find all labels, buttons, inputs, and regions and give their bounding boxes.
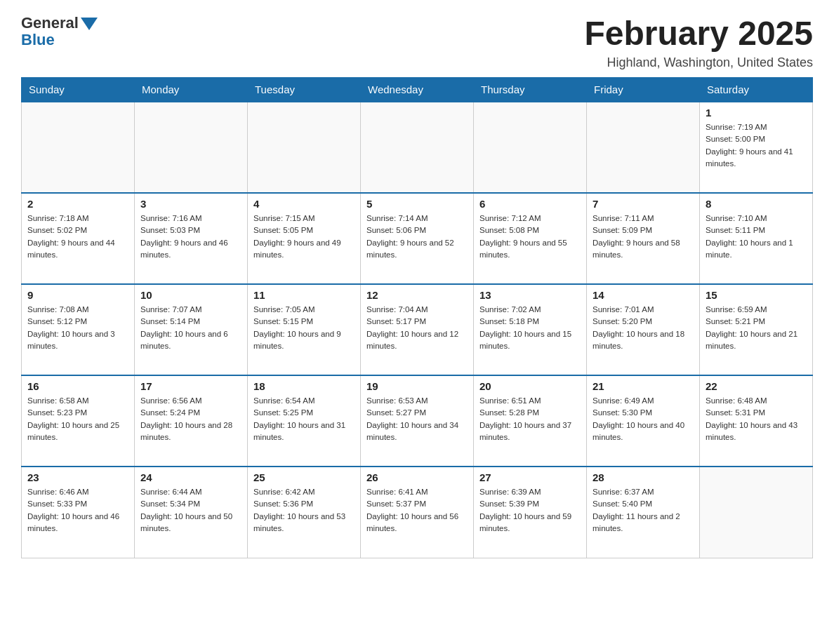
day-number: 18 bbox=[253, 380, 355, 392]
calendar-week-row: 16Sunrise: 6:58 AMSunset: 5:23 PMDayligh… bbox=[22, 375, 813, 467]
calendar-cell: 24Sunrise: 6:44 AMSunset: 5:34 PMDayligh… bbox=[135, 467, 248, 558]
day-info: Sunrise: 6:58 AMSunset: 5:23 PMDaylight:… bbox=[27, 395, 128, 443]
day-info: Sunrise: 7:07 AMSunset: 5:14 PMDaylight:… bbox=[140, 304, 241, 352]
calendar-week-row: 9Sunrise: 7:08 AMSunset: 5:12 PMDaylight… bbox=[22, 284, 813, 375]
day-info: Sunrise: 7:04 AMSunset: 5:17 PMDaylight:… bbox=[366, 304, 468, 352]
calendar-cell: 20Sunrise: 6:51 AMSunset: 5:28 PMDayligh… bbox=[474, 375, 587, 467]
logo-arrow-icon bbox=[81, 18, 98, 30]
day-number: 2 bbox=[27, 198, 128, 210]
calendar-cell: 26Sunrise: 6:41 AMSunset: 5:37 PMDayligh… bbox=[361, 467, 474, 558]
day-number: 7 bbox=[593, 198, 694, 210]
calendar-cell: 22Sunrise: 6:48 AMSunset: 5:31 PMDayligh… bbox=[700, 375, 813, 467]
calendar-cell: 13Sunrise: 7:02 AMSunset: 5:18 PMDayligh… bbox=[474, 284, 587, 375]
calendar-header-wednesday: Wednesday bbox=[361, 78, 474, 102]
calendar-cell: 5Sunrise: 7:14 AMSunset: 5:06 PMDaylight… bbox=[361, 193, 474, 284]
calendar-cell: 10Sunrise: 7:07 AMSunset: 5:14 PMDayligh… bbox=[135, 284, 248, 375]
day-info: Sunrise: 6:48 AMSunset: 5:31 PMDaylight:… bbox=[706, 395, 807, 443]
day-number: 14 bbox=[593, 289, 694, 301]
calendar-week-row: 23Sunrise: 6:46 AMSunset: 5:33 PMDayligh… bbox=[22, 467, 813, 558]
day-number: 10 bbox=[140, 289, 241, 301]
day-info: Sunrise: 7:05 AMSunset: 5:15 PMDaylight:… bbox=[253, 304, 355, 352]
day-info: Sunrise: 6:56 AMSunset: 5:24 PMDaylight:… bbox=[140, 395, 241, 443]
day-number: 9 bbox=[27, 289, 128, 301]
day-number: 5 bbox=[366, 198, 468, 210]
day-info: Sunrise: 7:08 AMSunset: 5:12 PMDaylight:… bbox=[27, 304, 128, 352]
day-number: 28 bbox=[593, 471, 694, 483]
day-number: 27 bbox=[479, 471, 581, 483]
calendar-cell: 27Sunrise: 6:39 AMSunset: 5:39 PMDayligh… bbox=[474, 467, 587, 558]
calendar-header-thursday: Thursday bbox=[474, 78, 587, 102]
calendar-header-tuesday: Tuesday bbox=[248, 78, 361, 102]
calendar-cell: 3Sunrise: 7:16 AMSunset: 5:03 PMDaylight… bbox=[135, 193, 248, 284]
calendar-table: SundayMondayTuesdayWednesdayThursdayFrid… bbox=[21, 77, 813, 558]
day-info: Sunrise: 7:12 AMSunset: 5:08 PMDaylight:… bbox=[479, 213, 581, 261]
day-info: Sunrise: 6:41 AMSunset: 5:37 PMDaylight:… bbox=[366, 486, 468, 535]
calendar-cell: 25Sunrise: 6:42 AMSunset: 5:36 PMDayligh… bbox=[248, 467, 361, 558]
calendar-cell bbox=[700, 467, 813, 558]
day-info: Sunrise: 6:59 AMSunset: 5:21 PMDaylight:… bbox=[706, 304, 807, 352]
calendar-cell: 9Sunrise: 7:08 AMSunset: 5:12 PMDaylight… bbox=[22, 284, 135, 375]
calendar-cell bbox=[474, 102, 587, 193]
calendar-header-friday: Friday bbox=[587, 78, 700, 102]
calendar-header-monday: Monday bbox=[135, 78, 248, 102]
calendar-cell: 14Sunrise: 7:01 AMSunset: 5:20 PMDayligh… bbox=[587, 284, 700, 375]
calendar-week-row: 1Sunrise: 7:19 AMSunset: 5:00 PMDaylight… bbox=[22, 102, 813, 193]
day-number: 1 bbox=[706, 107, 807, 119]
day-info: Sunrise: 7:15 AMSunset: 5:05 PMDaylight:… bbox=[253, 213, 355, 261]
day-info: Sunrise: 7:10 AMSunset: 5:11 PMDaylight:… bbox=[706, 213, 807, 261]
calendar-cell bbox=[587, 102, 700, 193]
day-number: 3 bbox=[140, 198, 241, 210]
day-number: 13 bbox=[479, 289, 581, 301]
day-info: Sunrise: 7:11 AMSunset: 5:09 PMDaylight:… bbox=[593, 213, 694, 261]
day-number: 6 bbox=[479, 198, 581, 210]
day-info: Sunrise: 6:49 AMSunset: 5:30 PMDaylight:… bbox=[593, 395, 694, 443]
calendar-cell: 1Sunrise: 7:19 AMSunset: 5:00 PMDaylight… bbox=[700, 102, 813, 193]
day-number: 25 bbox=[253, 471, 355, 483]
calendar-cell: 18Sunrise: 6:54 AMSunset: 5:25 PMDayligh… bbox=[248, 375, 361, 467]
calendar-cell: 17Sunrise: 6:56 AMSunset: 5:24 PMDayligh… bbox=[135, 375, 248, 467]
day-info: Sunrise: 6:54 AMSunset: 5:25 PMDaylight:… bbox=[253, 395, 355, 443]
day-number: 11 bbox=[253, 289, 355, 301]
calendar-cell: 12Sunrise: 7:04 AMSunset: 5:17 PMDayligh… bbox=[361, 284, 474, 375]
title-section: February 2025 Highland, Washington, Unit… bbox=[584, 14, 813, 70]
day-number: 16 bbox=[27, 380, 128, 392]
calendar-week-row: 2Sunrise: 7:18 AMSunset: 5:02 PMDaylight… bbox=[22, 193, 813, 284]
calendar-cell bbox=[361, 102, 474, 193]
calendar-header-saturday: Saturday bbox=[700, 78, 813, 102]
day-info: Sunrise: 7:16 AMSunset: 5:03 PMDaylight:… bbox=[140, 213, 241, 261]
day-info: Sunrise: 6:42 AMSunset: 5:36 PMDaylight:… bbox=[253, 486, 355, 535]
calendar-cell: 28Sunrise: 6:37 AMSunset: 5:40 PMDayligh… bbox=[587, 467, 700, 558]
day-info: Sunrise: 7:02 AMSunset: 5:18 PMDaylight:… bbox=[479, 304, 581, 352]
day-info: Sunrise: 7:19 AMSunset: 5:00 PMDaylight:… bbox=[706, 121, 807, 170]
day-info: Sunrise: 6:37 AMSunset: 5:40 PMDaylight:… bbox=[593, 486, 694, 535]
day-number: 26 bbox=[366, 471, 468, 483]
day-number: 20 bbox=[479, 380, 581, 392]
calendar-cell bbox=[135, 102, 248, 193]
calendar-subtitle: Highland, Washington, United States bbox=[584, 55, 813, 70]
page-header: General Blue February 2025 Highland, Was… bbox=[21, 14, 813, 70]
day-number: 15 bbox=[706, 289, 807, 301]
calendar-cell: 7Sunrise: 7:11 AMSunset: 5:09 PMDaylight… bbox=[587, 193, 700, 284]
day-info: Sunrise: 6:39 AMSunset: 5:39 PMDaylight:… bbox=[479, 486, 581, 535]
calendar-header-row: SundayMondayTuesdayWednesdayThursdayFrid… bbox=[22, 78, 813, 102]
calendar-cell: 4Sunrise: 7:15 AMSunset: 5:05 PMDaylight… bbox=[248, 193, 361, 284]
calendar-header-sunday: Sunday bbox=[22, 78, 135, 102]
day-number: 12 bbox=[366, 289, 468, 301]
calendar-cell: 11Sunrise: 7:05 AMSunset: 5:15 PMDayligh… bbox=[248, 284, 361, 375]
calendar-cell bbox=[22, 102, 135, 193]
logo: General Blue bbox=[21, 14, 98, 49]
calendar-cell: 16Sunrise: 6:58 AMSunset: 5:23 PMDayligh… bbox=[22, 375, 135, 467]
day-info: Sunrise: 6:44 AMSunset: 5:34 PMDaylight:… bbox=[140, 486, 241, 535]
calendar-cell: 8Sunrise: 7:10 AMSunset: 5:11 PMDaylight… bbox=[700, 193, 813, 284]
calendar-cell: 6Sunrise: 7:12 AMSunset: 5:08 PMDaylight… bbox=[474, 193, 587, 284]
day-number: 8 bbox=[706, 198, 807, 210]
day-info: Sunrise: 6:53 AMSunset: 5:27 PMDaylight:… bbox=[366, 395, 468, 443]
day-info: Sunrise: 7:14 AMSunset: 5:06 PMDaylight:… bbox=[366, 213, 468, 261]
calendar-cell: 19Sunrise: 6:53 AMSunset: 5:27 PMDayligh… bbox=[361, 375, 474, 467]
day-number: 19 bbox=[366, 380, 468, 392]
day-number: 17 bbox=[140, 380, 241, 392]
day-number: 24 bbox=[140, 471, 241, 483]
day-info: Sunrise: 6:51 AMSunset: 5:28 PMDaylight:… bbox=[479, 395, 581, 443]
day-info: Sunrise: 6:46 AMSunset: 5:33 PMDaylight:… bbox=[27, 486, 128, 535]
day-number: 21 bbox=[593, 380, 694, 392]
